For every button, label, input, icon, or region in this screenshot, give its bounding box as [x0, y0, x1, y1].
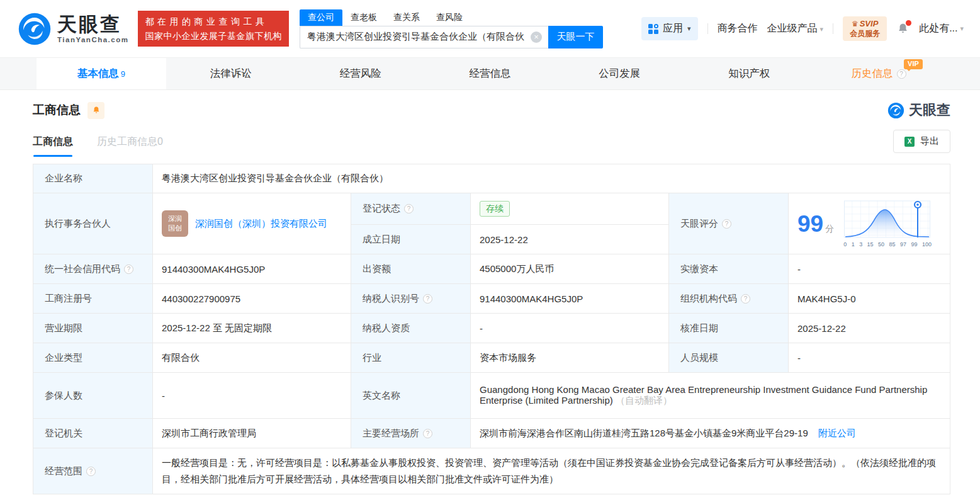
capital-label: 出资额 — [351, 254, 471, 284]
main-content: 工商信息 天眼查 工商信息 — [0, 90, 980, 494]
org-code-value: MAK4HG5J-0 — [789, 284, 950, 314]
help-icon[interactable]: ? — [423, 429, 432, 438]
export-button[interactable]: X 导出 — [893, 130, 950, 153]
tab-business-info[interactable]: 经营信息 — [425, 58, 555, 89]
help-icon[interactable]: ? — [897, 69, 906, 79]
help-icon[interactable]: ? — [86, 467, 96, 476]
search-button[interactable]: 天眼一下 — [548, 26, 603, 48]
industry-label: 行业 — [351, 343, 471, 373]
tab-intellectual-property[interactable]: 知识产权 — [684, 58, 814, 89]
business-info-table: 企业名称 粤港澳大湾区创业投资引导基金合伙企业（有限合伙） 执行事务合伙人 深润… — [33, 164, 950, 494]
search-box: × 天眼一下 — [300, 26, 603, 48]
search-tab-relations[interactable]: 查关系 — [385, 9, 428, 26]
company-name-label: 企业名称 — [33, 164, 153, 193]
partner-label: 执行事务合伙人 — [33, 193, 153, 254]
search-tab-boss[interactable]: 查老板 — [342, 9, 385, 26]
table-row: 营业期限 2025-12-22 至 无固定期限 纳税人资质 - 核准日期 202… — [33, 314, 950, 343]
approval-date-value: 2025-12-22 — [789, 314, 950, 343]
reg-number-label: 工商注册号 — [33, 284, 153, 314]
clear-icon[interactable]: × — [531, 31, 542, 43]
vip-badge: VIP — [904, 59, 923, 69]
excel-icon: X — [904, 137, 915, 147]
help-icon[interactable]: ? — [741, 294, 750, 304]
insured-count-value: - — [153, 373, 351, 419]
paid-capital-value: - — [789, 254, 950, 284]
table-row: 工商注册号 440300227900975 纳税人识别号? 91440300MA… — [33, 284, 950, 314]
auto-translate-note: （自动翻译） — [616, 395, 672, 406]
page-title: 工商信息 — [33, 102, 81, 118]
help-icon[interactable]: ? — [124, 265, 133, 274]
enterprise-products-link[interactable]: 企业级产品▾ — [767, 22, 824, 35]
help-icon[interactable]: ? — [423, 294, 432, 304]
business-scope-value: 一般经营项目是：无，许可经营项目是：以私募基金从事股权投资、投资管理、资产管理等… — [153, 448, 950, 494]
help-icon[interactable]: ? — [722, 219, 731, 229]
tab-basic-info[interactable]: 基本信息9 — [37, 58, 166, 89]
divider — [707, 23, 708, 34]
apps-button[interactable]: 应用 ▾ — [641, 17, 698, 40]
user-menu[interactable]: 此处有...▾ — [919, 22, 964, 35]
business-term-label: 营业期限 — [33, 314, 153, 343]
slogan-line-1: 都在用的商业查询工具 — [145, 14, 282, 28]
table-row: 统一社会信用代码? 91440300MAK4HG5J0P 出资额 4505000… — [33, 254, 950, 284]
taxpayer-qualification-value: - — [471, 314, 669, 343]
slogan-banner: 都在用的商业查询工具 国家中小企业发展子基金旗下机构 — [138, 11, 289, 47]
search-input[interactable] — [300, 26, 548, 48]
tab-legal-proceedings[interactable]: 法律诉讼 — [166, 58, 296, 89]
watermark-text: 天眼查 — [909, 101, 950, 120]
staff-size-label: 人员规模 — [669, 343, 789, 373]
partner-value-cell: 深润国创 深润国创（深圳）投资有限公司 — [153, 193, 351, 254]
est-date-value: 2025-12-22 — [471, 225, 669, 254]
english-name-label: 英文名称 — [351, 373, 471, 419]
capital-value: 4505000万人民币 — [471, 254, 669, 284]
company-type-value: 有限合伙 — [153, 343, 351, 373]
business-cooperation-link[interactable]: 商务合作 — [718, 22, 758, 35]
reg-number-value: 440300227900975 — [153, 284, 351, 314]
tianyancha-page: 天眼查 TianYanCha.com 都在用的商业查询工具 国家中小企业发展子基… — [0, 0, 980, 494]
chevron-down-icon: ▾ — [960, 25, 964, 33]
slogan-line-2: 国家中小企业发展子基金旗下机构 — [145, 29, 282, 43]
notifications-bell-icon[interactable] — [896, 22, 910, 35]
taxpayer-qualification-label: 纳税人资质 — [351, 314, 471, 343]
tab-operating-risk[interactable]: 经营风险 — [296, 58, 425, 89]
divider — [833, 23, 833, 34]
chevron-down-icon: ▾ — [820, 25, 824, 33]
table-row: 登记机关 深圳市工商行政管理局 主要经营场所? 深圳市前海深港合作区南山街道桂湾… — [33, 419, 950, 448]
paid-capital-label: 实缴资本 — [669, 254, 789, 284]
tianyancha-watermark-icon — [887, 102, 904, 119]
score-axis: 01 315 5085 9799 100 — [843, 242, 932, 248]
chevron-down-icon: ▾ — [687, 25, 691, 33]
subtab-business-info[interactable]: 工商信息 — [33, 135, 73, 157]
search-area: 查公司 查老板 查关系 查风险 × 天眼一下 — [300, 9, 603, 48]
apps-label: 应用 — [663, 22, 683, 35]
top-header: 天眼查 TianYanCha.com 都在用的商业查询工具 国家中小企业发展子基… — [0, 0, 980, 57]
notification-dot — [906, 20, 911, 26]
business-address-label: 主要经营场所? — [351, 419, 471, 448]
business-scope-label: 经营范围? — [33, 448, 153, 494]
english-name-value: Guangdong Hong Kong Macao Greater Bay Ar… — [471, 373, 950, 419]
business-address-value: 深圳市前海深港合作区南山街道桂湾五路128号基金小镇基金9米商业平台29-19 … — [471, 419, 950, 448]
tianyancha-logo[interactable]: 天眼查 TianYanCha.com — [18, 12, 128, 46]
search-tab-risk[interactable]: 查风险 — [428, 9, 471, 26]
apps-grid-icon — [648, 24, 658, 34]
search-tab-company[interactable]: 查公司 — [300, 9, 342, 26]
industry-value: 资本市场服务 — [471, 343, 669, 373]
help-icon[interactable]: ? — [404, 204, 414, 213]
score-value: 99分 — [797, 212, 834, 236]
taxpayer-id-value: 91440300MAK4HG5J0P — [471, 284, 669, 314]
main-nav-tabs: 基本信息9 法律诉讼 经营风险 经营信息 公司发展 知识产权 历史信息 ? VI… — [0, 57, 980, 90]
tab-history-info[interactable]: 历史信息 ? VIP — [814, 58, 943, 89]
business-term-value: 2025-12-22 至 无固定期限 — [153, 314, 351, 343]
table-row: 企业名称 粤港澳大湾区创业投资引导基金合伙企业（有限合伙） — [33, 164, 950, 193]
partner-company-link[interactable]: 深润国创（深圳）投资有限公司 — [195, 218, 327, 230]
partner-avatar: 深润国创 — [162, 210, 188, 237]
svip-member-badge[interactable]: ♛SVIP 会员服务 — [843, 16, 887, 41]
nearby-companies-link[interactable]: 附近公司 — [818, 428, 856, 438]
subscribe-bell-icon[interactable] — [87, 102, 104, 119]
table-row: 执行事务合伙人 深润国创 深润国创（深圳）投资有限公司 登记状态? 存续 — [33, 193, 950, 225]
status-badge: 存续 — [480, 201, 510, 217]
score-cell: 99分 — [789, 193, 950, 254]
tab-company-development[interactable]: 公司发展 — [555, 58, 684, 89]
subtab-history-business-info[interactable]: 历史工商信息0 — [97, 135, 163, 157]
insured-count-label: 参保人数 — [33, 373, 153, 419]
logo-brand-text: 天眼查 — [57, 14, 128, 34]
